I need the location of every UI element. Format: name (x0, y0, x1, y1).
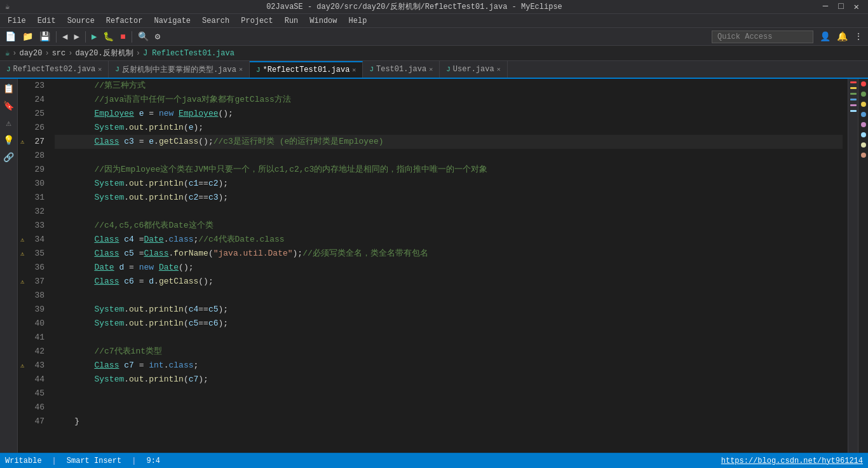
minimize-button[interactable]: ─ (819, 1, 832, 12)
line-marker-31 (18, 191, 27, 205)
settings-button[interactable]: ⚙ (153, 30, 163, 43)
line-marker-36 (18, 261, 27, 275)
tab-tab3[interactable]: J*ReflectTest01.java✕ (250, 61, 363, 78)
profile-icon[interactable]: 👤 (817, 30, 833, 43)
tab-close-tab2[interactable]: ✕ (239, 65, 243, 73)
line-number-44: 44 (27, 373, 50, 387)
menu-item-edit[interactable]: Edit (32, 15, 61, 27)
line-marker-29 (18, 163, 27, 177)
menu-item-window[interactable]: Window (304, 15, 342, 27)
menu-item-refactor[interactable]: Refactor (101, 15, 148, 27)
line-number-26: 26 (27, 121, 50, 135)
tab-label-tab1: ReflectTest02.java (13, 65, 96, 74)
code-line-33: //c4,c5,c6都代表Date这个类 (55, 219, 843, 233)
menu-item-search[interactable]: Search (197, 15, 234, 27)
line-marker-25 (18, 107, 27, 121)
menu-item-navigate[interactable]: Navigate (149, 15, 196, 27)
code-line-39: System.out.println(c4==c5); (55, 303, 843, 317)
tab-tab4[interactable]: JTest01.java✕ (363, 61, 440, 78)
back-button[interactable]: ◀ (60, 30, 70, 43)
separator-2 (85, 31, 86, 43)
forward-button[interactable]: ▶ (71, 30, 81, 43)
tab-tab1[interactable]: JReflectTest02.java✕ (0, 61, 109, 78)
tab-close-tab4[interactable]: ✕ (429, 65, 433, 73)
status-url[interactable]: https://blog.csdn.net/hyt961214 (721, 457, 863, 465)
line-number-32: 32 (27, 205, 50, 219)
close-button[interactable]: ✕ (850, 1, 863, 12)
tab-label-tab3: *ReflectTest01.java (263, 65, 350, 74)
sidebar-icon-0[interactable]: 📋 (1, 81, 16, 96)
menu-item-source[interactable]: Source (62, 15, 100, 27)
quick-access-label: Quick Access (717, 32, 772, 41)
sidebar-icon-2[interactable]: ⚠ (4, 116, 13, 130)
line-number-28: 28 (27, 149, 50, 163)
far-right-panel (858, 79, 868, 453)
tab-close-tab5[interactable]: ✕ (497, 65, 501, 73)
editor-area[interactable]: ⚠⚠⚠⚠⚠ 2324252627282930313233343536373839… (18, 79, 848, 453)
tab-close-tab3[interactable]: ✕ (352, 66, 356, 74)
sidebar-icon-3[interactable]: 💡 (1, 133, 16, 148)
code-line-45 (55, 387, 843, 401)
status-bar-right: https://blog.csdn.net/hyt961214 (721, 457, 863, 465)
tab-bar: JReflectTest02.java✕J反射机制中主要掌握的类型.java✕J… (0, 61, 868, 79)
extra-icon[interactable]: ⋮ (851, 30, 865, 43)
maximize-button[interactable]: □ (834, 1, 847, 12)
search-button[interactable]: 🔍 (135, 30, 151, 43)
sidebar-icon-4[interactable]: 🔗 (1, 150, 16, 165)
tab-tab5[interactable]: JUser.java✕ (440, 61, 507, 78)
tab-icon-tab3: J (256, 66, 261, 74)
menu-item-run[interactable]: Run (280, 15, 304, 27)
save-button[interactable]: 💾 (37, 30, 53, 43)
code-line-43: Class c7 = int.class; (55, 359, 843, 373)
status-bar: Writable |Smart Insert |9:4 https://blog… (0, 453, 868, 468)
status-writable: Writable (5, 457, 42, 465)
line-marker-33 (18, 219, 27, 233)
breadcrumb-sep-2: › (68, 49, 72, 58)
code-line-42: //c7代表int类型 (55, 345, 843, 359)
line-markers: ⚠⚠⚠⚠⚠ (18, 79, 27, 453)
line-number-40: 40 (27, 317, 50, 331)
tab-icon-tab4: J (369, 65, 374, 73)
tab-label-tab2: 反射机制中主要掌握的类型.java (122, 64, 236, 75)
line-number-33: 33 (27, 219, 50, 233)
main-layout: 📋 🔖 ⚠ 💡 🔗 ⚠⚠⚠⚠⚠ 232425262728293031323334… (0, 79, 868, 453)
menu-item-project[interactable]: Project (236, 15, 278, 27)
breadcrumb-item-0[interactable]: ☕ (5, 48, 10, 58)
line-marker-32 (18, 205, 27, 219)
title-bar: ☕ 02JavaSE - day20/src/day20/反射机制/Reflec… (0, 0, 868, 14)
line-marker-47 (18, 415, 27, 429)
code-line-36: Date d = new Date(); (55, 261, 843, 275)
notifications-icon[interactable]: 🔔 (834, 30, 850, 43)
line-number-36: 36 (27, 261, 50, 275)
menu-bar: FileEditSourceRefactorNavigateSearchProj… (0, 14, 868, 28)
line-marker-30 (18, 177, 27, 191)
line-marker-46 (18, 401, 27, 415)
debug-button[interactable]: 🐛 (100, 30, 116, 43)
line-number-45: 45 (27, 387, 50, 401)
tab-close-tab1[interactable]: ✕ (98, 65, 102, 73)
line-marker-28 (18, 149, 27, 163)
open-button[interactable]: 📁 (20, 30, 36, 43)
breadcrumb-item-1[interactable]: day20 (19, 49, 42, 58)
breadcrumb-item-3[interactable]: day20.反射机制 (75, 48, 133, 59)
sidebar-icon-1[interactable]: 🔖 (1, 99, 16, 113)
quick-access-input[interactable]: Quick Access (712, 31, 813, 43)
menu-item-help[interactable]: Help (344, 15, 372, 27)
code-line-29: //因为Employee这个类在JVM中只要一个，所以c1,c2,c3的内存地址… (55, 163, 843, 177)
tab-label-tab4: Test01.java (376, 65, 426, 74)
warning-icon: ⚠ (20, 250, 24, 258)
breadcrumb-item-4[interactable]: J ReflectTest01.java (143, 49, 234, 58)
menu-item-file[interactable]: File (3, 15, 31, 27)
line-number-37: 37 (27, 275, 50, 289)
status-position: 9:4 (146, 457, 160, 465)
tab-tab2[interactable]: J反射机制中主要掌握的类型.java✕ (109, 61, 250, 78)
code-line-31: System.out.println(c2==c3); (55, 191, 843, 205)
breadcrumb-item-2[interactable]: src (52, 49, 66, 58)
stop-button[interactable]: ■ (118, 31, 128, 43)
new-button[interactable]: 📄 (3, 30, 18, 43)
code-editor[interactable]: //第三种方式 //java语言中任何一个java对象都有getClass方法 … (50, 79, 848, 453)
run-button[interactable]: ▶ (89, 30, 99, 43)
line-marker-45 (18, 387, 27, 401)
code-line-24: //java语言中任何一个java对象都有getClass方法 (55, 93, 843, 107)
dot-blue (861, 112, 866, 117)
